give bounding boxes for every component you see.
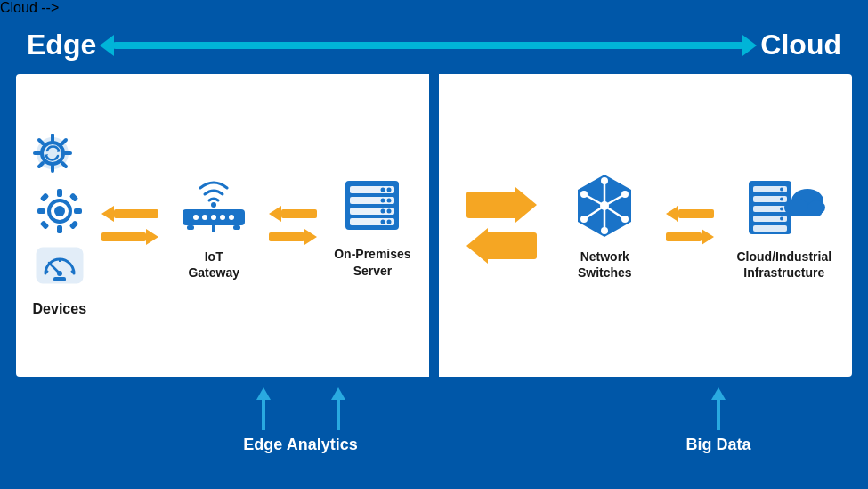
svg-rect-35 — [212, 225, 215, 232]
top-bar: Edge Cloud — [0, 16, 868, 74]
devices-icons — [33, 134, 86, 289]
svg-marker-83 — [331, 387, 345, 400]
svg-rect-19 — [69, 220, 78, 230]
svg-point-49 — [387, 220, 392, 224]
svg-point-43 — [387, 199, 392, 203]
device-icon-1 — [33, 134, 86, 183]
svg-point-32 — [211, 215, 216, 220]
svg-rect-18 — [39, 220, 49, 230]
svg-rect-13 — [57, 225, 62, 233]
svg-rect-36 — [187, 225, 194, 230]
big-arrow-right — [466, 187, 537, 223]
device-icon-2 — [33, 184, 86, 238]
arrow-right-1 — [101, 206, 158, 222]
svg-point-69 — [780, 197, 783, 200]
cloud-infra-icon — [740, 170, 829, 241]
svg-rect-27 — [53, 277, 66, 281]
edge-label: Edge — [27, 29, 96, 61]
on-premises-component: On-Premises Server — [332, 172, 412, 278]
svg-rect-16 — [39, 192, 49, 202]
svg-point-50 — [381, 220, 385, 224]
svg-rect-74 — [753, 225, 787, 232]
cloud-infra-component: Cloud/Industrial Infrastructure — [737, 170, 832, 281]
arrow-left-3 — [666, 229, 714, 245]
svg-marker-81 — [256, 387, 271, 400]
big-arrow-left — [466, 228, 537, 264]
svg-point-34 — [229, 215, 234, 220]
big-data-label: Big Data — [685, 436, 750, 454]
devices-gateway-arrows — [101, 206, 158, 245]
arrow-left-1 — [101, 229, 158, 245]
svg-rect-12 — [57, 189, 62, 197]
svg-line-6 — [39, 140, 43, 143]
svg-rect-17 — [69, 192, 78, 202]
big-data-section: Big Data — [585, 387, 852, 454]
svg-point-28 — [211, 202, 216, 208]
svg-rect-79 — [786, 210, 822, 216]
arrow-left-2 — [269, 229, 317, 245]
right-panel: Network Switches — [439, 74, 852, 377]
svg-point-67 — [780, 187, 783, 191]
cloud-label: Cloud — [760, 29, 841, 61]
arrow-right-2 — [269, 206, 317, 222]
svg-point-41 — [381, 188, 385, 192]
left-panel: Devices — [16, 74, 432, 377]
server-network-arrows — [466, 187, 537, 264]
svg-point-20 — [54, 206, 65, 216]
device-icon-3 — [33, 240, 86, 289]
network-cloud-arrows — [666, 206, 714, 245]
edge-analytics-arrow-left — [253, 387, 274, 430]
svg-point-59 — [621, 191, 629, 198]
svg-rect-15 — [74, 208, 82, 214]
cloud-infra-label: Cloud/Industrial Infrastructure — [737, 249, 832, 281]
svg-point-71 — [780, 207, 783, 210]
network-switches-label: Network Switches — [578, 249, 632, 281]
network-switches-icon — [567, 170, 643, 241]
bottom-area: Edge Analytics Big Data — [16, 387, 852, 468]
arrow-right-3 — [666, 206, 714, 222]
svg-point-61 — [601, 227, 608, 234]
gateway-server-arrows — [269, 206, 317, 245]
svg-point-60 — [621, 216, 629, 223]
devices-label: Devices — [33, 301, 87, 317]
big-data-arrow — [708, 387, 729, 430]
edge-analytics-arrows — [253, 387, 349, 430]
on-premises-icon — [332, 172, 412, 239]
svg-line-7 — [62, 163, 66, 167]
svg-line-8 — [62, 140, 66, 143]
svg-point-23 — [57, 271, 62, 276]
svg-point-73 — [780, 216, 783, 220]
svg-line-9 — [39, 163, 43, 167]
edge-cloud-arrow — [112, 42, 744, 49]
on-premises-label: On-Premises Server — [334, 246, 410, 278]
svg-point-63 — [580, 191, 588, 198]
svg-point-46 — [387, 209, 392, 214]
svg-point-40 — [387, 188, 392, 192]
devices-component: Devices — [33, 134, 87, 317]
iot-gateway-label: IoT Gateway — [188, 249, 239, 281]
svg-rect-14 — [37, 208, 45, 214]
main-diagram: Devices — [16, 74, 852, 377]
iot-gateway-component: IoT Gateway — [174, 170, 254, 281]
svg-marker-85 — [711, 387, 726, 400]
network-switches-component: Network Switches — [567, 170, 643, 281]
edge-analytics-label: Edge Analytics — [243, 436, 357, 454]
svg-point-31 — [202, 215, 207, 220]
svg-point-64 — [600, 201, 609, 210]
svg-point-62 — [580, 216, 588, 223]
edge-analytics-arrow-right — [328, 387, 349, 430]
svg-rect-37 — [233, 225, 240, 230]
svg-point-30 — [193, 215, 199, 220]
svg-point-33 — [220, 215, 225, 220]
edge-analytics-section: Edge Analytics — [16, 387, 585, 454]
svg-point-58 — [601, 177, 608, 184]
svg-point-47 — [381, 209, 385, 214]
svg-point-44 — [381, 199, 385, 203]
iot-gateway-icon — [174, 170, 254, 241]
